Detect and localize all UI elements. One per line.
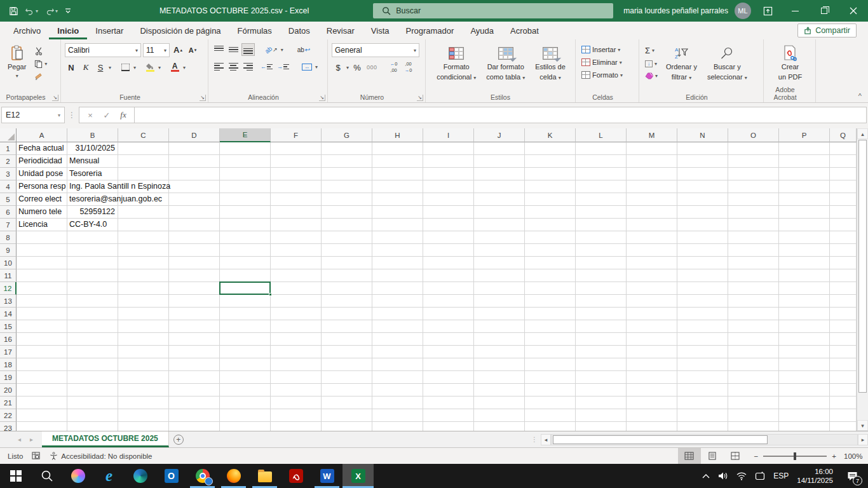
cell-G22[interactable] bbox=[322, 409, 372, 422]
cell-N7[interactable] bbox=[677, 219, 728, 231]
column-header-B[interactable]: B bbox=[67, 128, 118, 142]
cell-H5[interactable] bbox=[372, 193, 423, 206]
cell-H18[interactable] bbox=[372, 358, 423, 371]
cell-K13[interactable] bbox=[525, 295, 576, 308]
zoom-slider[interactable] bbox=[763, 456, 827, 457]
cell-K21[interactable] bbox=[525, 396, 576, 409]
cell-N1[interactable] bbox=[677, 142, 728, 155]
cell-E19[interactable] bbox=[220, 371, 271, 384]
cell-B10[interactable] bbox=[67, 257, 118, 269]
align-middle-icon[interactable] bbox=[227, 43, 240, 56]
cell-J12[interactable] bbox=[474, 282, 525, 295]
cell-G14[interactable] bbox=[322, 308, 372, 320]
cell-M19[interactable] bbox=[627, 371, 677, 384]
cell-L13[interactable] bbox=[576, 295, 627, 308]
cell-N5[interactable] bbox=[677, 193, 728, 206]
cut-icon[interactable] bbox=[32, 46, 49, 57]
column-header-H[interactable]: H bbox=[372, 128, 423, 142]
cell-A9[interactable] bbox=[17, 244, 67, 257]
cell-M13[interactable] bbox=[627, 295, 677, 308]
format-cells-button[interactable]: Formato▾ bbox=[580, 70, 636, 80]
cell-C9[interactable] bbox=[118, 244, 169, 257]
cell-G15[interactable] bbox=[322, 320, 372, 333]
cell-Q14[interactable] bbox=[830, 308, 857, 320]
cell-H19[interactable] bbox=[372, 371, 423, 384]
name-box[interactable]: E12 ▾ bbox=[1, 107, 65, 123]
cell-D6[interactable] bbox=[169, 206, 220, 219]
cell-O5[interactable] bbox=[728, 193, 779, 206]
number-dialog-launcher[interactable]: ↘ bbox=[417, 95, 423, 101]
cell-C14[interactable] bbox=[118, 308, 169, 320]
cell-M9[interactable] bbox=[627, 244, 677, 257]
scroll-right-icon[interactable]: ▸ bbox=[858, 434, 868, 445]
cell-L4[interactable] bbox=[576, 180, 627, 193]
cell-A15[interactable] bbox=[17, 320, 67, 333]
cell-I15[interactable] bbox=[423, 320, 474, 333]
cell-M4[interactable] bbox=[627, 180, 677, 193]
cell-L23[interactable] bbox=[576, 422, 627, 431]
cell-D4[interactable] bbox=[169, 180, 220, 193]
share-button[interactable]: Compartir bbox=[797, 24, 857, 37]
zoom-level[interactable]: 100% bbox=[844, 452, 868, 460]
cell-L17[interactable] bbox=[576, 346, 627, 358]
cell-K14[interactable] bbox=[525, 308, 576, 320]
cell-K2[interactable] bbox=[525, 155, 576, 168]
cell-P14[interactable] bbox=[779, 308, 830, 320]
cell-M12[interactable] bbox=[627, 282, 677, 295]
vertical-scrollbar[interactable]: ▴ ▾ bbox=[857, 128, 868, 431]
cell-A8[interactable] bbox=[17, 231, 67, 244]
cell-E10[interactable] bbox=[220, 257, 271, 269]
cell-A19[interactable] bbox=[17, 371, 67, 384]
accessibility-status[interactable]: Accesibilidad: No disponible bbox=[50, 452, 152, 460]
cell-L11[interactable] bbox=[576, 269, 627, 282]
cell-F1[interactable] bbox=[271, 142, 322, 155]
cell-N23[interactable] bbox=[677, 422, 728, 431]
cell-J9[interactable] bbox=[474, 244, 525, 257]
cell-E18[interactable] bbox=[220, 358, 271, 371]
cell-P23[interactable] bbox=[779, 422, 830, 431]
cell-H16[interactable] bbox=[372, 333, 423, 346]
enter-icon[interactable]: ✓ bbox=[98, 111, 115, 120]
macro-record-icon[interactable] bbox=[32, 452, 41, 460]
cell-F6[interactable] bbox=[271, 206, 322, 219]
cell-P5[interactable] bbox=[779, 193, 830, 206]
cell-Q16[interactable] bbox=[830, 333, 857, 346]
cell-I23[interactable] bbox=[423, 422, 474, 431]
display-connect-icon[interactable] bbox=[755, 471, 765, 480]
cell-Q19[interactable] bbox=[830, 371, 857, 384]
cell-Q17[interactable] bbox=[830, 346, 857, 358]
cell-E3[interactable] bbox=[220, 168, 271, 180]
customize-quick-access-icon[interactable] bbox=[62, 6, 74, 16]
cell-M10[interactable] bbox=[627, 257, 677, 269]
cell-I2[interactable] bbox=[423, 155, 474, 168]
cell-M14[interactable] bbox=[627, 308, 677, 320]
cell-C6[interactable] bbox=[118, 206, 169, 219]
taskbar-chrome-button[interactable] bbox=[187, 464, 218, 488]
cell-A21[interactable] bbox=[17, 396, 67, 409]
cell-D23[interactable] bbox=[169, 422, 220, 431]
column-header-O[interactable]: O bbox=[728, 128, 779, 142]
cell-B5[interactable]: tesoreria@sanjuan.gob.ec bbox=[67, 193, 118, 206]
fill-icon[interactable]: ↓▾ bbox=[643, 59, 660, 69]
cell-M7[interactable] bbox=[627, 219, 677, 231]
cell-F2[interactable] bbox=[271, 155, 322, 168]
notification-center-icon[interactable]: 7 bbox=[841, 464, 863, 488]
cell-A2[interactable]: Periodicidad bbox=[17, 155, 67, 168]
cell-J7[interactable] bbox=[474, 219, 525, 231]
tab-programador[interactable]: Programador bbox=[398, 22, 463, 39]
cell-I13[interactable] bbox=[423, 295, 474, 308]
row-header-2[interactable]: 2 bbox=[0, 155, 17, 168]
cell-J14[interactable] bbox=[474, 308, 525, 320]
cell-D7[interactable] bbox=[169, 219, 220, 231]
taskbar-firefox-button[interactable] bbox=[218, 464, 249, 488]
cell-A16[interactable] bbox=[17, 333, 67, 346]
new-sheet-button[interactable]: + bbox=[169, 431, 188, 447]
cell-C13[interactable] bbox=[118, 295, 169, 308]
cell-O20[interactable] bbox=[728, 384, 779, 396]
page-layout-view-icon[interactable] bbox=[701, 448, 724, 464]
selected-cell-outline[interactable] bbox=[219, 281, 271, 295]
cell-O22[interactable] bbox=[728, 409, 779, 422]
cell-M17[interactable] bbox=[627, 346, 677, 358]
cell-F9[interactable] bbox=[271, 244, 322, 257]
cell-H15[interactable] bbox=[372, 320, 423, 333]
